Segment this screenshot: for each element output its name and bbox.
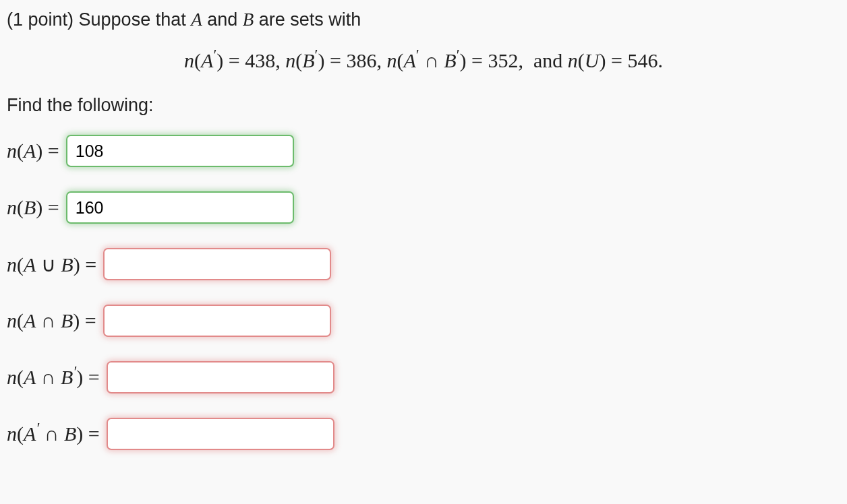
- value-n-Ap-int-Bp: 352: [488, 49, 519, 71]
- set-A: A: [191, 9, 202, 30]
- intro-text-1: Suppose that: [79, 9, 192, 30]
- row-n-A-int-B: n(A ∩ B) =: [7, 305, 840, 337]
- input-n-A-int-B[interactable]: [103, 305, 331, 337]
- row-n-A-union-B: n(A ∪ B) =: [7, 248, 840, 280]
- label-n-Aprime-int-B: n(A′ ∩ B) =: [7, 422, 100, 445]
- points-label: (1 point): [7, 9, 79, 30]
- value-n-A-prime: 438: [245, 49, 275, 71]
- label-n-A-int-Bprime: n(A ∩ B′) =: [7, 366, 100, 389]
- row-n-B: n(B) =: [7, 191, 840, 224]
- problem-intro: (1 point) Suppose that A and B are sets …: [7, 9, 840, 30]
- value-n-U: 546: [627, 49, 658, 71]
- given-formula: n(A′) = 438, n(B′) = 386, n(A′ ∩ B′) = 3…: [7, 49, 840, 72]
- intro-text-3: are sets with: [254, 9, 361, 30]
- input-n-B[interactable]: [66, 191, 294, 224]
- label-n-A-int-B: n(A ∩ B) =: [7, 309, 96, 332]
- label-n-A-union-B: n(A ∪ B) =: [7, 253, 96, 276]
- label-n-B: n(B) =: [7, 196, 59, 219]
- row-n-A-int-Bprime: n(A ∩ B′) =: [7, 361, 840, 393]
- row-n-A: n(A) =: [7, 135, 840, 167]
- answer-rows: n(A) = n(B) = n(A ∪ B) = n(A ∩ B) = n(A …: [7, 135, 840, 450]
- input-n-A-union-B[interactable]: [103, 248, 331, 280]
- input-n-A-int-Bprime[interactable]: [107, 361, 334, 393]
- problem-page: (1 point) Suppose that A and B are sets …: [0, 0, 847, 481]
- instruction-text: Find the following:: [7, 95, 840, 116]
- set-B: B: [243, 9, 254, 30]
- input-n-Aprime-int-B[interactable]: [107, 418, 334, 450]
- row-n-Aprime-int-B: n(A′ ∩ B) =: [7, 418, 840, 450]
- input-n-A[interactable]: [66, 135, 294, 167]
- and-text: and: [533, 49, 562, 71]
- intro-text-2: and: [202, 9, 243, 30]
- label-n-A: n(A) =: [7, 139, 59, 162]
- value-n-B-prime: 386: [346, 49, 376, 71]
